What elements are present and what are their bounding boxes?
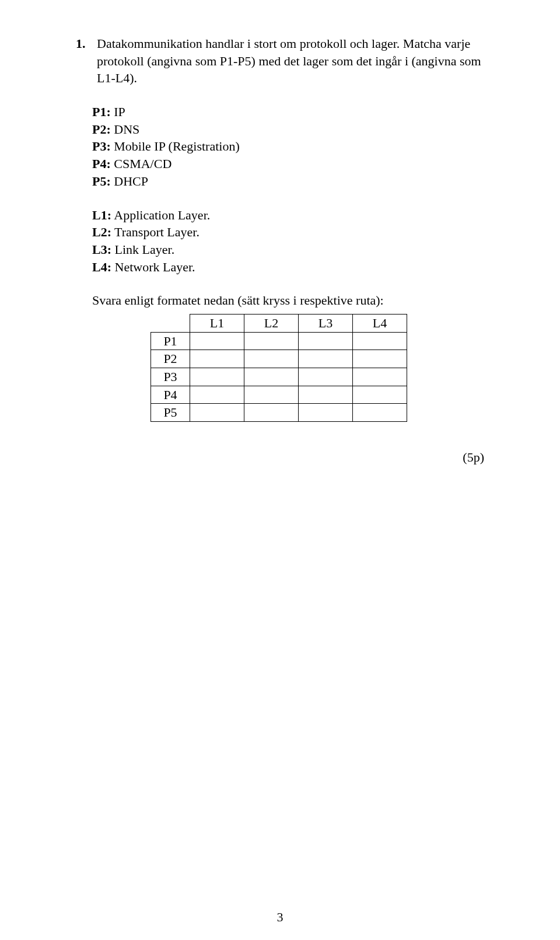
p2-value: DNS xyxy=(114,122,139,137)
cell-p4-l3[interactable] xyxy=(299,386,353,404)
l3-label: L3: xyxy=(92,242,111,257)
table-row: P1 xyxy=(151,332,407,350)
question-intro: Datakommunikation handlar i stort om pro… xyxy=(97,35,484,87)
table-row: P2 xyxy=(151,350,407,368)
col-l2: L2 xyxy=(244,314,299,332)
l2-label: L2: xyxy=(92,225,111,239)
cell-p3-l2[interactable] xyxy=(244,368,299,386)
table-row: P3 xyxy=(151,368,407,386)
cell-p1-l3[interactable] xyxy=(299,332,353,350)
protocol-p5: P5: DHCP xyxy=(92,173,484,190)
col-l4: L4 xyxy=(353,314,407,332)
p4-value: CSMA/CD xyxy=(114,156,172,171)
cell-p3-l4[interactable] xyxy=(353,368,407,386)
row-p4: P4 xyxy=(151,386,190,404)
l1-value: Application Layer. xyxy=(114,208,210,222)
page-number: 3 xyxy=(0,908,560,926)
table-header-row: L1 L2 L3 L4 xyxy=(151,314,407,332)
p3-label: P3: xyxy=(92,139,111,153)
layer-list: L1: Application Layer. L2: Transport Lay… xyxy=(92,207,484,276)
protocol-p4: P4: CSMA/CD xyxy=(92,155,484,173)
col-l1: L1 xyxy=(190,314,244,332)
protocol-p1: P1: IP xyxy=(92,103,484,121)
cell-p4-l4[interactable] xyxy=(353,386,407,404)
answer-instructions: Svara enligt formatet nedan (sätt kryss … xyxy=(92,292,484,309)
l3-value: Link Layer. xyxy=(115,242,175,257)
table-row: P5 xyxy=(151,404,407,422)
p2-label: P2: xyxy=(92,122,111,137)
row-p2: P2 xyxy=(151,350,190,368)
page: 1. Datakommunikation handlar i stort om … xyxy=(0,0,560,940)
layer-l1: L1: Application Layer. xyxy=(92,207,484,224)
cell-p3-l1[interactable] xyxy=(190,368,244,386)
cell-p1-l2[interactable] xyxy=(244,332,299,350)
table-corner xyxy=(151,314,190,332)
cell-p1-l4[interactable] xyxy=(353,332,407,350)
p4-label: P4: xyxy=(92,156,111,171)
question-number: 1. xyxy=(76,35,92,87)
cell-p2-l1[interactable] xyxy=(190,350,244,368)
row-p1: P1 xyxy=(151,332,190,350)
col-l3: L3 xyxy=(299,314,353,332)
cell-p2-l4[interactable] xyxy=(353,350,407,368)
p5-label: P5: xyxy=(92,174,111,188)
protocol-p2: P2: DNS xyxy=(92,121,484,138)
cell-p5-l3[interactable] xyxy=(299,404,353,422)
layer-l3: L3: Link Layer. xyxy=(92,241,484,258)
p1-value: IP xyxy=(114,104,125,119)
cell-p2-l2[interactable] xyxy=(244,350,299,368)
p1-label: P1: xyxy=(92,104,111,119)
layer-l2: L2: Transport Layer. xyxy=(92,223,484,241)
row-p3: P3 xyxy=(151,368,190,386)
p3-value: Mobile IP (Registration) xyxy=(114,139,240,153)
table-row: P4 xyxy=(151,386,407,404)
l4-value: Network Layer. xyxy=(115,260,195,274)
question-1: 1. Datakommunikation handlar i stort om … xyxy=(76,35,484,87)
protocol-p3: P3: Mobile IP (Registration) xyxy=(92,138,484,155)
cell-p5-l1[interactable] xyxy=(190,404,244,422)
cell-p5-l4[interactable] xyxy=(353,404,407,422)
layer-l4: L4: Network Layer. xyxy=(92,258,484,276)
cell-p1-l1[interactable] xyxy=(190,332,244,350)
cell-p4-l2[interactable] xyxy=(244,386,299,404)
p5-value: DHCP xyxy=(114,174,148,188)
l4-label: L4: xyxy=(92,260,111,274)
points-label: (5p) xyxy=(76,449,484,466)
answer-table-wrap: L1 L2 L3 L4 P1 P2 P3 xyxy=(92,314,484,422)
row-p5: P5 xyxy=(151,404,190,422)
cell-p3-l3[interactable] xyxy=(299,368,353,386)
l1-label: L1: xyxy=(92,208,111,222)
protocol-list: P1: IP P2: DNS P3: Mobile IP (Registrati… xyxy=(92,103,484,190)
answer-table: L1 L2 L3 L4 P1 P2 P3 xyxy=(150,314,407,422)
l2-value: Transport Layer. xyxy=(114,225,200,239)
cell-p2-l3[interactable] xyxy=(299,350,353,368)
cell-p4-l1[interactable] xyxy=(190,386,244,404)
cell-p5-l2[interactable] xyxy=(244,404,299,422)
